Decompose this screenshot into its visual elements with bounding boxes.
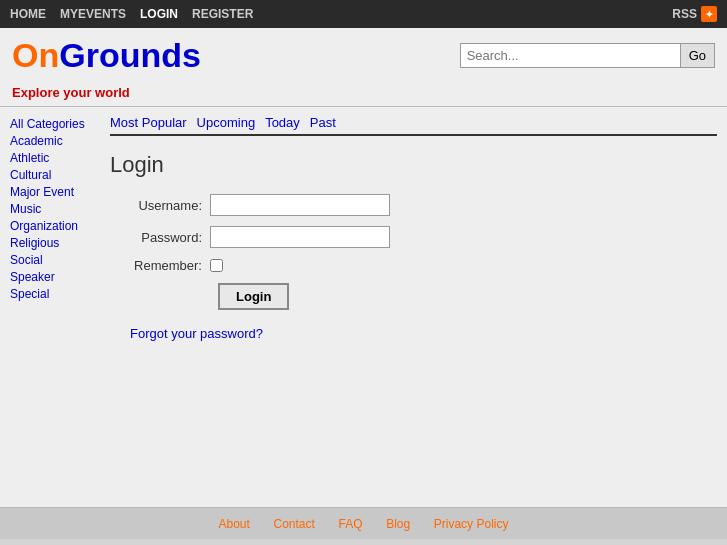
footer-privacy[interactable]: Privacy Policy <box>434 517 509 531</box>
footer-links: About Contact FAQ Blog Privacy Policy <box>0 507 727 539</box>
main-area: All Categories Academic Athletic Cultura… <box>0 107 727 507</box>
tab-most-popular[interactable]: Most Popular <box>110 115 187 130</box>
forgot-password-anchor[interactable]: Forgot your password? <box>130 326 263 341</box>
username-label: Username: <box>130 198 210 213</box>
footer-copyright: Copyright OnGrounds © 2010 <box>0 539 727 545</box>
rss-area: RSS ✦ <box>672 6 717 22</box>
logo-grounds: Grounds <box>59 36 201 74</box>
remember-checkbox[interactable] <box>210 259 223 272</box>
sidebar-item-music[interactable]: Music <box>10 202 90 216</box>
tabs-bar: Most Popular Upcoming Today Past <box>110 115 717 136</box>
tab-upcoming[interactable]: Upcoming <box>197 115 256 130</box>
footer-faq[interactable]: FAQ <box>338 517 362 531</box>
nav-register[interactable]: REGISTER <box>192 7 253 21</box>
sidebar-item-cultural[interactable]: Cultural <box>10 168 90 182</box>
sidebar-item-speaker[interactable]: Speaker <box>10 270 90 284</box>
sidebar-item-special[interactable]: Special <box>10 287 90 301</box>
password-row: Password: <box>130 226 717 248</box>
search-input[interactable] <box>460 43 680 68</box>
login-btn-row: Login <box>218 283 717 310</box>
sidebar-item-all-categories[interactable]: All Categories <box>10 117 90 131</box>
login-title: Login <box>110 152 717 178</box>
login-button[interactable]: Login <box>218 283 289 310</box>
top-nav: HOME MYEVENTS LOGIN REGISTER RSS ✦ <box>0 0 727 28</box>
nav-login[interactable]: LOGIN <box>140 7 178 21</box>
footer-blog[interactable]: Blog <box>386 517 410 531</box>
rss-icon[interactable]: ✦ <box>701 6 717 22</box>
forgot-password-link: Forgot your password? <box>130 326 717 341</box>
remember-row: Remember: <box>130 258 717 273</box>
username-input[interactable] <box>210 194 390 216</box>
sidebar-item-organization[interactable]: Organization <box>10 219 90 233</box>
logo: OnGrounds <box>12 36 201 75</box>
sidebar-item-athletic[interactable]: Athletic <box>10 151 90 165</box>
sidebar-item-major-event[interactable]: Major Event <box>10 185 90 199</box>
sidebar-item-religious[interactable]: Religious <box>10 236 90 250</box>
login-form: Username: Password: Remember: Login <box>130 194 717 310</box>
nav-home[interactable]: HOME <box>10 7 46 21</box>
nav-myevents[interactable]: MYEVENTS <box>60 7 126 21</box>
logo-on: On <box>12 36 59 74</box>
header: OnGrounds Go <box>0 28 727 83</box>
footer-about[interactable]: About <box>219 517 250 531</box>
tagline: Explore your world <box>0 83 727 107</box>
username-row: Username: <box>130 194 717 216</box>
search-area: Go <box>460 43 715 68</box>
tab-today[interactable]: Today <box>265 115 300 130</box>
topnav-links: HOME MYEVENTS LOGIN REGISTER <box>10 7 253 21</box>
content-area: Most Popular Upcoming Today Past Login U… <box>100 107 727 507</box>
password-input[interactable] <box>210 226 390 248</box>
search-button[interactable]: Go <box>680 43 715 68</box>
sidebar-item-academic[interactable]: Academic <box>10 134 90 148</box>
sidebar-item-social[interactable]: Social <box>10 253 90 267</box>
tab-past[interactable]: Past <box>310 115 336 130</box>
footer-contact[interactable]: Contact <box>274 517 315 531</box>
remember-label: Remember: <box>130 258 210 273</box>
sidebar: All Categories Academic Athletic Cultura… <box>0 107 100 507</box>
password-label: Password: <box>130 230 210 245</box>
rss-label: RSS <box>672 7 697 21</box>
